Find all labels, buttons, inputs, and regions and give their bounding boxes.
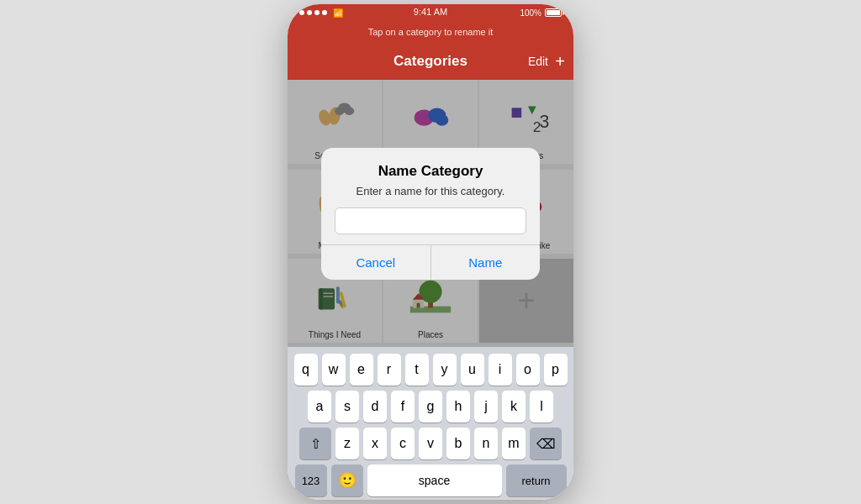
key-i[interactable]: i bbox=[489, 354, 512, 386]
key-r[interactable]: r bbox=[378, 354, 401, 386]
key-v[interactable]: v bbox=[419, 428, 442, 459]
key-h[interactable]: h bbox=[446, 391, 470, 423]
app-header-title: Categories bbox=[394, 53, 467, 70]
key-a[interactable]: a bbox=[308, 391, 331, 423]
key-d[interactable]: d bbox=[363, 391, 387, 423]
app-header: Categories Edit + bbox=[288, 43, 573, 80]
key-k[interactable]: k bbox=[502, 391, 526, 423]
edit-button[interactable]: Edit bbox=[528, 55, 548, 68]
name-category-dialog: Name Category Enter a name for this cate… bbox=[321, 148, 540, 280]
key-e[interactable]: e bbox=[350, 354, 373, 386]
keyboard-bottom-row: 123 🙂 space return bbox=[291, 465, 570, 496]
signal-dot-4 bbox=[322, 10, 327, 15]
key-y[interactable]: y bbox=[433, 354, 457, 386]
signal-dot-2 bbox=[307, 10, 312, 15]
key-c[interactable]: c bbox=[391, 428, 415, 459]
signal-dot-1 bbox=[299, 10, 304, 15]
status-left: 📶 bbox=[299, 8, 343, 18]
dialog-title: Name Category bbox=[335, 163, 526, 180]
key-x[interactable]: x bbox=[363, 428, 387, 459]
status-right: 100% bbox=[520, 8, 562, 18]
dialog-buttons: Cancel Name bbox=[321, 244, 540, 280]
subtitle-bar: Tap on a category to rename it bbox=[288, 21, 573, 43]
key-j[interactable]: j bbox=[474, 391, 498, 423]
key-s[interactable]: s bbox=[335, 391, 359, 423]
battery-percent: 100% bbox=[520, 8, 541, 18]
dialog-overlay: Name Category Enter a name for this cate… bbox=[288, 80, 573, 347]
emoji-key[interactable]: 🙂 bbox=[331, 465, 363, 496]
subtitle-text: Tap on a category to rename it bbox=[368, 27, 494, 37]
battery-icon bbox=[545, 8, 562, 17]
key-p[interactable]: p bbox=[544, 354, 568, 386]
shift-key[interactable]: ⇧ bbox=[299, 428, 331, 459]
keyboard-row-2: a s d f g h j k l bbox=[291, 391, 570, 423]
dialog-cancel-button[interactable]: Cancel bbox=[321, 245, 431, 280]
battery-fill bbox=[547, 10, 560, 15]
key-q[interactable]: q bbox=[294, 354, 318, 386]
add-category-button[interactable]: + bbox=[555, 53, 565, 70]
phone-frame: 📶 9:41 AM 100% Tap on a category to rena… bbox=[288, 4, 573, 500]
numbers-key[interactable]: 123 bbox=[295, 465, 327, 496]
dialog-message: Enter a name for this category. bbox=[335, 185, 526, 197]
dialog-content: Name Category Enter a name for this cate… bbox=[321, 148, 540, 244]
key-g[interactable]: g bbox=[419, 391, 442, 423]
key-z[interactable]: z bbox=[335, 428, 359, 459]
status-bar: 📶 9:41 AM 100% bbox=[288, 4, 573, 21]
key-o[interactable]: o bbox=[516, 354, 540, 386]
key-b[interactable]: b bbox=[446, 428, 470, 459]
return-key[interactable]: return bbox=[506, 465, 567, 496]
key-t[interactable]: t bbox=[405, 354, 429, 386]
status-time: 9:41 AM bbox=[414, 7, 447, 17]
key-f[interactable]: f bbox=[391, 391, 415, 423]
keyboard-row-3: ⇧ z x c v b n m ⌫ bbox=[291, 428, 570, 459]
key-l[interactable]: l bbox=[530, 391, 553, 423]
space-key[interactable]: space bbox=[367, 465, 502, 496]
key-n[interactable]: n bbox=[474, 428, 498, 459]
signal-dot-3 bbox=[314, 10, 320, 15]
keyboard-row-1: q w e r t y u i o p bbox=[291, 354, 570, 386]
dialog-name-button[interactable]: Name bbox=[431, 245, 541, 280]
wifi-icon: 📶 bbox=[333, 8, 343, 18]
category-name-input[interactable] bbox=[335, 207, 526, 234]
key-w[interactable]: w bbox=[322, 354, 346, 386]
key-m[interactable]: m bbox=[502, 428, 526, 459]
delete-key[interactable]: ⌫ bbox=[530, 428, 562, 459]
key-u[interactable]: u bbox=[461, 354, 484, 386]
keyboard: q w e r t y u i o p a s d f g h j k l ⇧ … bbox=[288, 347, 573, 500]
